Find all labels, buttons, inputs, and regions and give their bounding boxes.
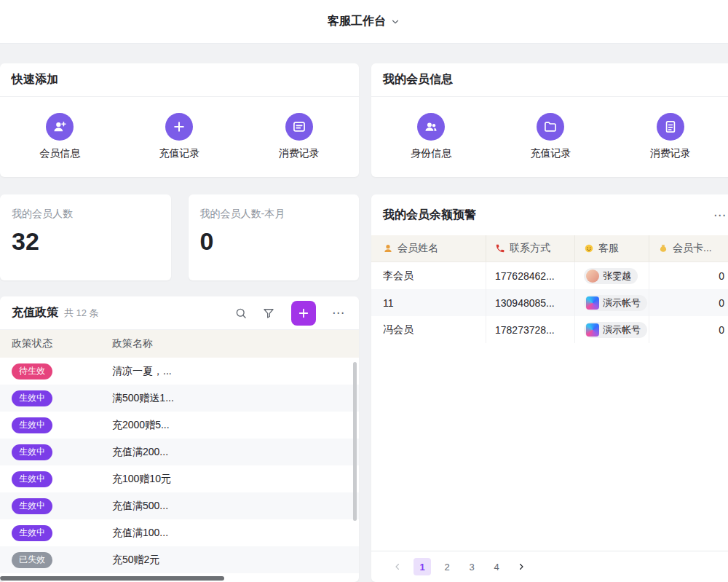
next-page-icon[interactable] [513,558,530,575]
money-icon [658,243,668,253]
balance-warning-card: 我的会员余额预警 ⋯ 会员姓名 联系方式 客服 会员卡... [371,194,728,582]
status-badge: 生效中 [12,498,52,514]
table-empty-area [371,343,728,551]
member-info-card: 我的会员信息 身份信息 充值记录 [371,63,728,177]
column-header-name[interactable]: 政策名称 [112,337,359,350]
recharge-policy-title: 充值政策 [12,305,58,321]
stat-label: 我的会员人数-本月 [200,208,348,221]
right-column: 我的会员信息 身份信息 充值记录 [371,63,728,582]
member-consume-record[interactable]: 消费记录 [650,113,691,160]
balance-warning-header: 我的会员余额预警 ⋯ [371,194,728,235]
folder-icon [537,113,564,141]
member-info-title: 我的会员信息 [371,63,728,97]
quick-add-member-info[interactable]: 会员信息 [39,113,80,160]
member-identity-info[interactable]: 身份信息 [411,113,451,160]
page-button-3[interactable]: 3 [463,558,480,575]
agent-avatar [586,323,599,337]
stat-value: 0 [200,227,348,256]
page-button-2[interactable]: 2 [438,558,456,575]
workspace-switcher[interactable]: 客服工作台 [328,14,400,29]
policy-name: 充值满200... [112,446,359,459]
column-header-member-card[interactable]: 会员卡... [649,235,728,261]
chevron-down-icon [390,17,400,27]
balance-warning-title: 我的会员余额预警 [383,208,476,223]
stat-card-member-count: 我的会员人数 32 [0,194,171,280]
status-badge: 生效中 [12,390,52,406]
member-phone: 178273728... [486,316,575,343]
table-row[interactable]: 生效中 充2000赠5... [0,412,359,439]
policy-name: 充100赠10元 [112,473,359,486]
pagination: 1 2 3 4 [371,551,728,582]
recharge-policy-card: 充值政策 共 12 条 ⋯ 政策状态 政策名称 [0,296,359,582]
stat-card-member-count-month: 我的会员人数-本月 0 [189,194,360,280]
people-icon [417,113,445,141]
member-name: 冯会员 [371,316,486,343]
member-info-actions: 身份信息 充值记录 消费记录 [371,97,728,176]
agent-avatar [586,296,599,310]
member-name: 11 [371,289,486,316]
stat-label: 我的会员人数 [12,208,159,221]
table-row[interactable]: 11 130948085... 演示帐号 0 [371,289,728,316]
status-badge: 生效中 [12,471,52,487]
search-button[interactable] [230,302,252,324]
table-row[interactable]: 已失效 充50赠2元 [0,546,359,573]
page-button-1[interactable]: 1 [414,558,431,575]
table-row[interactable]: 冯会员 178273728... 演示帐号 0 [371,316,728,343]
column-header-contact[interactable]: 联系方式 [486,235,575,261]
table-row[interactable]: 生效中 满500赠送1... [0,385,359,412]
page-title: 客服工作台 [328,14,386,29]
add-policy-button[interactable] [291,301,316,326]
top-bar: 客服工作台 [0,0,728,44]
filter-button[interactable] [258,302,280,324]
member-name: 李会员 [371,262,486,289]
action-label: 充值记录 [159,147,199,160]
table-row[interactable]: 待生效 清凉一夏，... [0,358,359,385]
agent-tag[interactable]: 演示帐号 [584,295,647,311]
quick-add-card: 快速添加 会员信息 充值记录 [0,63,359,177]
page-button-4[interactable]: 4 [488,558,505,575]
action-label: 充值记录 [530,147,571,160]
member-card-balance: 0 [649,262,728,289]
phone-icon [495,243,505,253]
action-label: 会员信息 [39,147,80,160]
recharge-policy-header: 充值政策 共 12 条 ⋯ [0,296,359,330]
plus-icon [165,113,193,141]
table-row[interactable]: 生效中 充值满500... [0,492,359,519]
quick-add-consume-record[interactable]: 消费记录 [279,113,320,160]
warning-table-body: 李会员 177628462... 张雯越 0 11 130948085... [371,262,728,343]
agent-avatar [586,270,599,283]
member-icon [383,243,393,253]
quick-add-actions: 会员信息 充值记录 消费记录 [0,97,359,176]
more-menu-button[interactable]: ⋯ [328,305,349,321]
prev-page-icon[interactable] [389,558,406,575]
policy-name: 满500赠送1... [112,392,359,405]
smiley-icon [584,243,594,253]
agent-name: 张雯越 [603,270,631,283]
horizontal-scrollbar[interactable] [0,576,224,581]
plus-icon [297,307,310,320]
column-header-member-name[interactable]: 会员姓名 [371,235,486,261]
column-header-agent[interactable]: 客服 [575,235,649,261]
column-header-status[interactable]: 政策状态 [0,337,112,350]
table-row[interactable]: 生效中 充值满200... [0,439,359,465]
member-card-balance: 0 [649,289,728,316]
more-menu-button[interactable]: ⋯ [709,208,728,223]
table-row[interactable]: 李会员 177628462... 张雯越 0 [371,262,728,289]
stats-row: 我的会员人数 32 我的会员人数-本月 0 [0,194,359,280]
table-row[interactable]: 生效中 充100赠10元 [0,465,359,492]
member-recharge-record[interactable]: 充值记录 [530,113,571,160]
left-column: 快速添加 会员信息 充值记录 [0,63,359,582]
quick-add-title: 快速添加 [0,63,359,97]
status-badge: 生效中 [12,525,52,541]
agent-name: 演示帐号 [603,296,641,310]
list-card-icon [285,113,313,141]
policy-name: 充值满500... [112,500,359,513]
action-label: 消费记录 [650,147,691,160]
status-badge: 待生效 [12,363,52,380]
table-row[interactable]: 生效中 充值满100... [0,519,359,546]
agent-tag[interactable]: 张雯越 [584,268,638,284]
agent-tag[interactable]: 演示帐号 [584,322,647,338]
stat-value: 32 [12,227,159,256]
quick-add-recharge-record[interactable]: 充值记录 [159,113,199,160]
vertical-scrollbar[interactable] [353,362,357,521]
